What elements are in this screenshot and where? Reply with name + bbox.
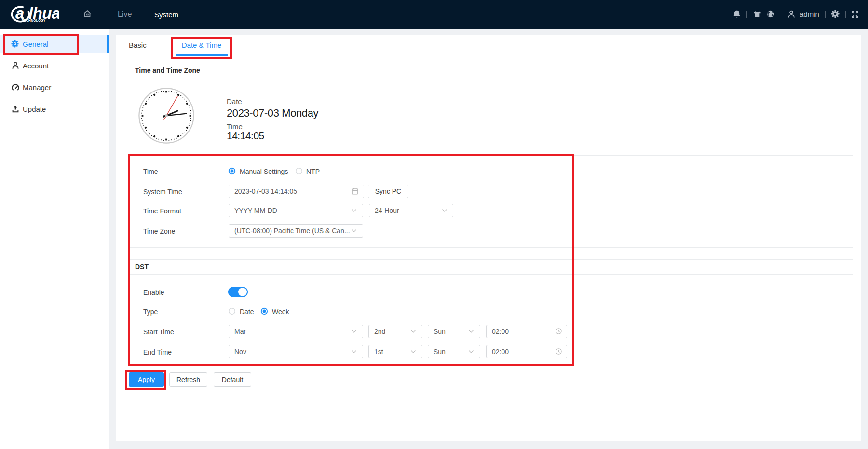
svg-text:TECHNOLOGY: TECHNOLOGY [22, 19, 46, 22]
